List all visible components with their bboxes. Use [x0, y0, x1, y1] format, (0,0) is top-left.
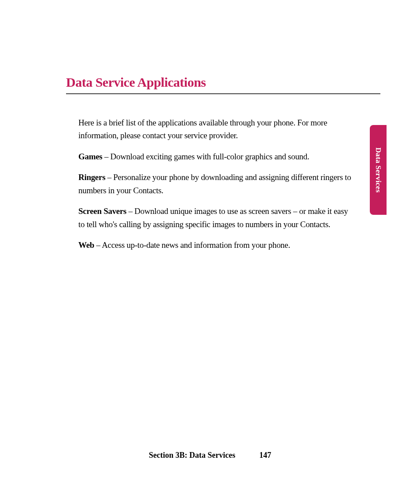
page-footer: Section 3B: Data Services 147 — [0, 451, 420, 460]
feature-screen-savers: Screen Savers – Download unique images t… — [78, 205, 352, 231]
feature-web: Web – Access up-to-date news and informa… — [78, 239, 352, 251]
feature-label-ringers: Ringers — [78, 173, 105, 182]
feature-description-web: Access up-to-date news and information f… — [102, 240, 290, 250]
side-tab: Data Services — [370, 125, 387, 215]
feature-games: Games – Download exciting games with ful… — [78, 150, 352, 163]
feature-label-web: Web — [78, 240, 94, 250]
page-heading: Data Service Applications — [66, 75, 380, 94]
footer-section-label: Section 3B: Data Services — [149, 451, 235, 460]
side-tab-label: Data Services — [374, 147, 383, 193]
page-container: Data Service Applications Here is a brie… — [0, 0, 420, 504]
feature-description-ringers: Personalize your phone by downloading an… — [78, 173, 351, 195]
feature-separator: – — [102, 152, 110, 161]
feature-separator: – — [94, 240, 102, 250]
feature-description-games: Download exciting games with full-color … — [111, 152, 309, 161]
feature-separator: – — [126, 206, 134, 216]
intro-paragraph: Here is a brief list of the applications… — [78, 116, 352, 142]
feature-ringers: Ringers – Personalize your phone by down… — [78, 171, 352, 197]
body-content: Here is a brief list of the applications… — [66, 116, 380, 252]
footer-page-number: 147 — [259, 451, 271, 460]
feature-label-screen-savers: Screen Savers — [78, 206, 126, 216]
feature-separator: – — [105, 173, 113, 182]
feature-label-games: Games — [78, 152, 102, 161]
